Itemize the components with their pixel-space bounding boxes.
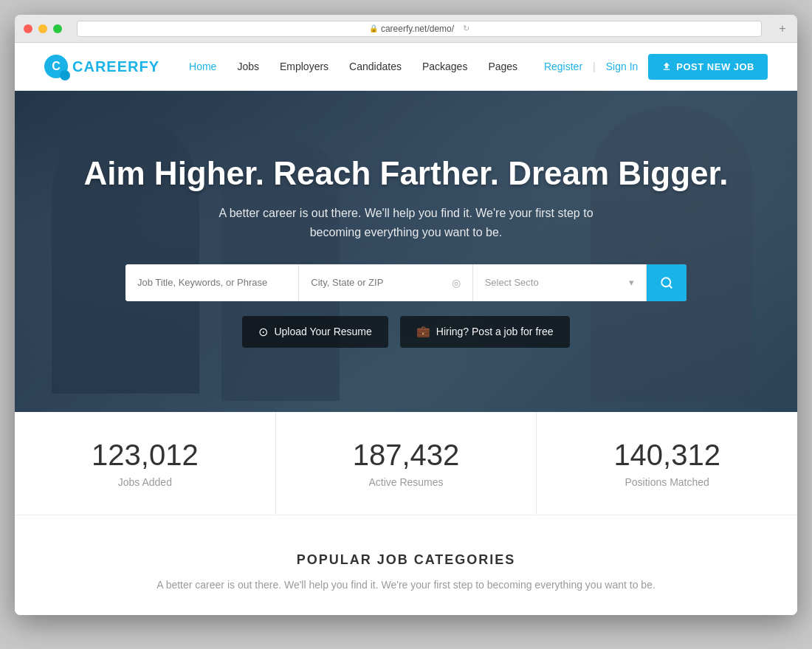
location-field: ◎ — [299, 264, 472, 301]
upload-resume-button[interactable]: ⊙ Upload Your Resume — [242, 316, 388, 348]
new-tab-button[interactable]: + — [777, 23, 788, 35]
chevron-down-icon: ▾ — [629, 277, 634, 288]
nav-item-employers[interactable]: Employers — [280, 60, 328, 73]
browser-titlebar: 🔒 careerfy.net/demo/ ↻ + — [15, 15, 797, 43]
search-button[interactable] — [647, 264, 687, 301]
nav-item-jobs[interactable]: Jobs — [237, 60, 259, 73]
briefcase-icon: 💼 — [416, 325, 430, 338]
post-job-free-button[interactable]: 💼 Hiring? Post a job for free — [400, 316, 570, 348]
stat-positions-matched: 140,312 Positions Matched — [537, 412, 797, 515]
nav-right: Register | Sign In POST NEW JOB — [544, 54, 768, 80]
active-resumes-label: Active Resumes — [291, 476, 522, 488]
nav-item-packages[interactable]: Packages — [422, 60, 467, 73]
logo-icon: C — [44, 55, 68, 78]
register-link[interactable]: Register — [544, 61, 582, 72]
url-text: careerfy.net/demo/ — [381, 24, 454, 34]
navbar: C CAREERFY Home Jobs Employers Candidate… — [15, 43, 797, 91]
jobs-added-label: Jobs Added — [30, 476, 261, 488]
upload-icon — [661, 61, 672, 72]
sector-select[interactable]: Select Secto ▾ — [473, 264, 647, 301]
hero-section: Aim Higher. Reach Farther. Dream Bigger.… — [15, 91, 797, 412]
location-input[interactable] — [311, 277, 447, 288]
hero-subtitle: A better career is out there. We'll help… — [44, 204, 768, 241]
search-bar: ◎ Select Secto ▾ — [125, 264, 687, 301]
categories-section: POPULAR JOB CATEGORIES A better career i… — [15, 515, 797, 615]
browser-window: 🔒 careerfy.net/demo/ ↻ + C CAREERFY Home… — [15, 15, 797, 615]
active-resumes-number: 187,432 — [291, 439, 522, 472]
categories-subtitle: A better career is out there. We'll help… — [44, 577, 768, 593]
lock-icon: 🔒 — [369, 24, 378, 32]
nav-divider: | — [593, 61, 596, 72]
logo-text: CAREERFY — [72, 58, 159, 75]
location-icon: ◎ — [452, 277, 461, 289]
close-button[interactable] — [24, 24, 32, 33]
signin-link[interactable]: Sign In — [606, 61, 639, 72]
stats-section: 123,012 Jobs Added 187,432 Active Resume… — [15, 412, 797, 515]
hero-cta: ⊙ Upload Your Resume 💼 Hiring? Post a jo… — [44, 316, 768, 348]
positions-matched-number: 140,312 — [551, 439, 782, 472]
page-content: C CAREERFY Home Jobs Employers Candidate… — [15, 43, 797, 615]
nav-links: Home Jobs Employers Candidates Packages … — [189, 60, 544, 73]
categories-title: POPULAR JOB CATEGORIES — [44, 552, 768, 568]
stat-jobs-added: 123,012 Jobs Added — [15, 412, 276, 515]
job-search-input[interactable] — [125, 264, 299, 301]
maximize-button[interactable] — [53, 24, 62, 33]
post-job-button[interactable]: POST NEW JOB — [648, 54, 768, 80]
minimize-button[interactable] — [38, 24, 47, 33]
refresh-icon: ↻ — [463, 24, 469, 33]
nav-item-candidates[interactable]: Candidates — [349, 60, 402, 73]
stat-active-resumes: 187,432 Active Resumes — [276, 412, 537, 515]
address-bar[interactable]: 🔒 careerfy.net/demo/ ↻ — [77, 21, 762, 37]
jobs-added-number: 123,012 — [30, 439, 261, 472]
hero-content: Aim Higher. Reach Farther. Dream Bigger.… — [15, 155, 797, 347]
upload-resume-icon: ⊙ — [258, 325, 268, 339]
nav-item-pages[interactable]: Pages — [488, 60, 517, 73]
logo[interactable]: C CAREERFY — [44, 55, 159, 78]
search-icon — [660, 276, 673, 289]
nav-item-home[interactable]: Home — [189, 60, 216, 73]
positions-matched-label: Positions Matched — [551, 476, 782, 488]
hero-title: Aim Higher. Reach Farther. Dream Bigger. — [44, 155, 768, 192]
